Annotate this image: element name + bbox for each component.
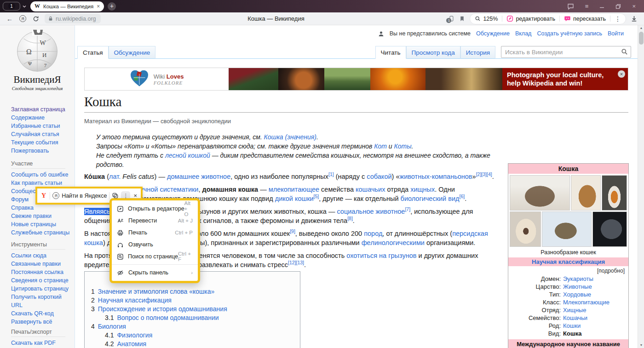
search-icon[interactable]	[621, 48, 628, 55]
inline-link[interactable]: [1]	[328, 171, 334, 177]
inline-link[interactable]: [8]	[347, 216, 353, 221]
restore-icon[interactable]	[615, 4, 621, 9]
sidebar-item-expand-all[interactable]: Развернуть всё	[11, 318, 71, 326]
sidebar-item-cite-page[interactable]: Цитировать страницу	[11, 285, 71, 293]
menu-item-print[interactable]: Печать Ctrl + P	[112, 227, 198, 239]
wiki-loves-folklore-banner[interactable]: Wiki Loves FOLKLORE Photograph your loca…	[84, 68, 628, 91]
cat-photo-tabby-snow[interactable]	[542, 211, 592, 247]
sidebar-item-main-page[interactable]: Заглавная страница	[11, 105, 71, 114]
toc-item[interactable]: 3.1Вопрос о полном одомашнивании	[85, 314, 300, 322]
url-field[interactable]: ru.wikipedia.org	[45, 14, 101, 23]
inline-link[interactable]: Кошка (значения)	[264, 133, 316, 141]
download-icon[interactable]	[631, 15, 638, 22]
sidebar-item-special-pages[interactable]: Служебные страницы	[11, 228, 71, 237]
tab-read[interactable]: Читать	[375, 46, 406, 59]
tab-close-icon[interactable]: ×	[97, 3, 100, 10]
inline-link[interactable]: лат.	[109, 173, 121, 180]
retell-button[interactable]: пересказать	[564, 15, 606, 22]
personal-link-create-account[interactable]: Создать учётную запись	[537, 30, 602, 37]
inline-link[interactable]: домашнее животное	[167, 173, 230, 180]
scrollbar-thumb[interactable]	[639, 32, 644, 45]
banner-close-icon[interactable]: ×	[618, 70, 625, 78]
sidebar-item-what-links-here[interactable]: Ссылки сюда	[11, 251, 71, 260]
inline-link[interactable]: млекопитающее	[269, 186, 319, 193]
tab-panel-toggle-button[interactable]: 1	[3, 2, 20, 11]
sidebar-item-donate[interactable]: Пожертвовать	[11, 147, 71, 155]
personal-link-talk[interactable]: Обсуждение	[476, 30, 510, 37]
menu-item-find-on-page[interactable]: Поиск по странице Ctrl + F	[112, 251, 198, 262]
tab-discussion[interactable]: Обсуждение	[109, 46, 156, 59]
tab-history[interactable]: История	[460, 46, 495, 59]
personal-link-contributions[interactable]: Вклад	[515, 30, 532, 37]
back-icon[interactable]: ←	[6, 15, 13, 23]
bookmark-icon[interactable]	[459, 15, 465, 22]
page-scrollbar[interactable]: ▲ ▼	[638, 25, 644, 348]
scrollbar-up-icon[interactable]: ▲	[638, 25, 644, 31]
cat-photo-ginger[interactable]	[602, 175, 627, 211]
wikipedia-logo[interactable]: Ω W И 7 Ψ ВикипедиЯ Свободная энциклопед…	[0, 28, 75, 91]
menu-item-read-aloud[interactable]: Озвучить	[112, 239, 198, 251]
inline-link[interactable]: [9]	[290, 228, 295, 234]
inline-link[interactable]: [7]	[405, 206, 410, 212]
sci-classification-header[interactable]: Научная классификация	[508, 257, 628, 266]
minimize-icon[interactable]	[599, 4, 604, 9]
sidebar-item-how-to-edit[interactable]: Как править статьи	[11, 179, 71, 187]
sidebar-item-new-pages[interactable]: Новые страницы	[11, 220, 71, 228]
toc-item[interactable]: 4.2Анатомия	[85, 340, 300, 348]
inline-link[interactable]: [12][13]	[288, 260, 304, 265]
sidebar-item-current-events[interactable]: Текущие события	[11, 138, 71, 147]
sidebar-item-report-error[interactable]: Сообщить об ошибке	[11, 171, 71, 179]
inline-link[interactable]: [6]	[460, 194, 465, 199]
sidebar-item-featured[interactable]: Избранные статьи	[11, 122, 71, 130]
sidebar-item-contents[interactable]: Содержание	[11, 114, 71, 122]
devices-icon[interactable]: 1	[448, 15, 454, 22]
inline-link[interactable]: животных-компаньонов	[399, 173, 472, 180]
menu-item-hide-panel[interactable]: Скрыть панель ›	[112, 267, 198, 279]
inline-link[interactable]: [2][3][4]	[476, 171, 492, 177]
sidebar-item-permanent-link[interactable]: Постоянная ссылка	[11, 268, 71, 276]
cat-photo-siamese[interactable]	[510, 211, 541, 247]
menu-icon[interactable]: ≡	[585, 3, 589, 10]
sidebar-item-recent-changes[interactable]: Свежие правки	[11, 212, 71, 220]
inline-link[interactable]: хищных	[410, 186, 435, 193]
inline-link[interactable]: дикой кошки	[275, 195, 314, 202]
inline-link[interactable]: социальное животное	[337, 208, 405, 215]
chat-sidebar-icon[interactable]	[567, 3, 574, 10]
cat-photo-grey[interactable]	[592, 211, 627, 247]
sidebar-item-random[interactable]: Случайная статья	[11, 130, 71, 138]
inline-link[interactable]: лесной кошкой	[165, 152, 210, 159]
toc-item[interactable]: 3Происхождение и история одомашнивания	[85, 305, 300, 314]
toc-item[interactable]: 2Научная классификация	[85, 296, 300, 305]
reload-icon[interactable]	[33, 16, 39, 22]
inline-link[interactable]: кошачьих	[356, 186, 385, 193]
toc-item[interactable]: 1Значение и этимология слова «кошка»	[85, 287, 300, 296]
sidebar-item-short-url[interactable]: Получить короткий URL	[11, 293, 71, 309]
yandex-logo-icon[interactable]: Y	[40, 192, 47, 200]
menu-item-open-in-editor[interactable]: Открыть в редакторе Alt + O	[112, 203, 198, 215]
find-in-yandex-button[interactable]: Найти в Яндексе	[62, 193, 107, 199]
wiki-search-input[interactable]	[501, 46, 631, 58]
chevron-down-icon[interactable]	[22, 4, 27, 9]
sidebar-item-related-changes[interactable]: Связанные правки	[11, 260, 71, 268]
zoom-control[interactable]: 125%	[475, 16, 498, 22]
tab-view-source[interactable]: Просмотр кода	[406, 46, 460, 59]
toc-item[interactable]: 4.1Физиология	[85, 331, 300, 340]
new-tab-button[interactable]: +	[108, 2, 116, 11]
toc-item[interactable]: 4Биология	[85, 322, 300, 331]
inline-link[interactable]: пород	[364, 230, 382, 237]
inline-link[interactable]: [5]	[314, 194, 319, 199]
sidebar-item-download-pdf[interactable]: Скачать как PDF	[11, 339, 71, 347]
browser-tab[interactable]: W Кошка — Википедия ×	[30, 1, 104, 11]
tab-article[interactable]: Статья	[77, 46, 109, 59]
more-options-icon[interactable]: ⋮	[615, 15, 621, 23]
inline-link[interactable]: собакой	[367, 173, 391, 180]
scrollbar-down-icon[interactable]: ▼	[638, 342, 644, 348]
cat-photo-tabby-lying[interactable]	[510, 175, 570, 211]
edit-in-editor-button[interactable]: редактировать	[506, 15, 555, 22]
close-icon[interactable]: ×	[632, 3, 636, 10]
inline-link[interactable]: Коты	[394, 143, 412, 150]
sidebar-item-page-info[interactable]: Сведения о странице	[11, 276, 71, 285]
cat-photo-abyssinian[interactable]	[571, 175, 601, 211]
inline-link[interactable]: биологический вид	[401, 195, 460, 202]
personal-link-login[interactable]: Войти	[608, 30, 624, 37]
